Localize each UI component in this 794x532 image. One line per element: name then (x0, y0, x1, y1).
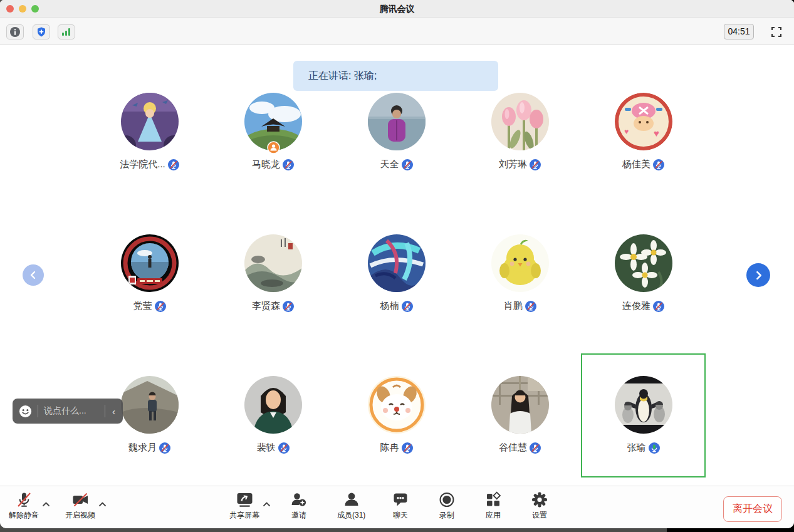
participant-name: 杨佳美 (622, 159, 650, 170)
mic-muted-icon (16, 491, 32, 508)
chevron-right-icon (754, 271, 763, 280)
participant-avatar (491, 93, 549, 150)
participant-avatar (244, 93, 302, 150)
chevron-up-icon (263, 501, 271, 507)
share-screen-icon (236, 491, 253, 508)
participant-name: 裴轶 (257, 442, 276, 454)
participant-tile[interactable]: 陈冉 (335, 354, 458, 477)
meeting-timer: 04:51 (724, 24, 754, 39)
participant-name-row: 刘芳琳 (499, 159, 541, 170)
mic-muted-icon (530, 442, 541, 454)
participant-name: 张瑜 (627, 442, 646, 454)
chat-button[interactable]: 聊天 (392, 491, 422, 521)
toolbar-item-label: 设置 (532, 510, 547, 521)
next-page-button[interactable] (746, 263, 770, 287)
svg-text:♥: ♥ (654, 128, 659, 138)
start-video-button[interactable]: 开启视频 (65, 491, 107, 521)
participant-row: 魏求月裴轶陈冉谷佳慧张瑜 (88, 354, 706, 477)
participant-avatar (121, 234, 179, 292)
toolbar-item-label: 应用 (486, 510, 501, 521)
participant-avatar (368, 93, 426, 150)
participant-name-row: 党莹 (133, 300, 166, 312)
participant-tile[interactable]: 杨楠 (335, 212, 458, 335)
mic-muted-icon (278, 442, 290, 454)
network-status-button[interactable] (58, 24, 75, 39)
participant-name: 天全 (380, 159, 399, 170)
participant-tile[interactable]: ♥♥杨佳美 (582, 71, 705, 194)
previous-page-button[interactable] (23, 264, 44, 286)
participant-avatar (491, 234, 549, 292)
security-shield-plus-icon (36, 26, 47, 38)
participant-avatar (244, 234, 302, 292)
participant-tile[interactable]: 党莹 (88, 212, 211, 335)
meeting-window: 腾讯会议 04:51 (0, 0, 794, 528)
mic-muted-icon (402, 159, 413, 170)
settings-icon (531, 491, 548, 508)
share-screen-button[interactable]: 共享屏幕 (229, 491, 274, 521)
apps-button[interactable]: 应用 (485, 491, 515, 521)
participant-avatar (244, 376, 302, 434)
participant-avatar (615, 234, 672, 292)
mic-muted-icon (283, 301, 294, 312)
participant-tile[interactable]: 肖鹏 (458, 212, 582, 335)
meeting-info-button[interactable] (6, 24, 24, 39)
mic-muted-icon (402, 442, 413, 454)
settings-button[interactable]: 设置 (531, 491, 562, 521)
participant-name: 魏求月 (128, 442, 157, 454)
members-icon (343, 491, 360, 508)
participant-name: 陈冉 (380, 442, 399, 454)
record-icon (439, 491, 455, 508)
camera-off-icon (72, 491, 89, 508)
chat-input[interactable]: 说点什么... (44, 405, 99, 417)
divider (38, 405, 38, 417)
participant-name: 刘芳琳 (499, 159, 527, 170)
participant-tile[interactable]: 连俊雅 (582, 212, 705, 335)
participant-name: 连俊雅 (622, 300, 650, 312)
participant-name-row: 连俊雅 (622, 300, 664, 312)
participant-name: 法学院代... (120, 159, 165, 170)
members-button[interactable]: 成员(31) (337, 491, 376, 521)
participant-name-row: 天全 (380, 159, 413, 170)
chevron-up-icon (98, 501, 107, 507)
fullscreen-icon (771, 26, 782, 38)
security-button[interactable] (33, 24, 50, 39)
participant-name-row: 魏求月 (128, 442, 170, 454)
participant-name-row: 肖鹏 (504, 300, 536, 312)
mic-muted-icon (653, 159, 664, 170)
divider (105, 405, 105, 417)
participant-tile[interactable]: 裴轶 (211, 354, 335, 477)
mic-active-icon (649, 442, 660, 454)
toolbar-item-label: 共享屏幕 (229, 510, 259, 521)
mic-muted-icon (159, 442, 170, 454)
leave-meeting-button[interactable]: 离开会议 (723, 496, 782, 522)
participant-tile[interactable]: 李贤森 (211, 212, 335, 335)
quick-chat-bar: 说点什么... ‹ (13, 399, 123, 424)
speaking-banner: 正在讲话: 张瑜; (293, 61, 498, 91)
info-icon (9, 26, 21, 38)
fullscreen-button[interactable] (770, 25, 783, 39)
participant-avatar (121, 93, 179, 150)
unmute-button[interactable]: 解除静音 (9, 491, 50, 521)
participant-name-row: 马晓龙 (252, 159, 294, 170)
chevron-up-icon (42, 501, 50, 507)
mic-muted-icon (155, 301, 166, 312)
participant-tile[interactable]: 法学院代... (88, 71, 211, 194)
host-badge-icon (267, 141, 280, 154)
mic-muted-icon (525, 301, 536, 312)
participant-name: 谷佳慧 (499, 442, 527, 454)
participant-row: 党莹李贤森杨楠肖鹏连俊雅 (88, 212, 706, 335)
invite-button[interactable]: 邀请 (291, 491, 321, 521)
participant-tile[interactable]: 张瑜 (582, 354, 705, 477)
toolbar-item-label: 录制 (439, 510, 454, 521)
participant-avatar (121, 376, 179, 434)
record-button[interactable]: 录制 (439, 491, 469, 521)
participant-avatar: ♥♥ (615, 93, 672, 150)
collapse-chat-button[interactable]: ‹ (111, 406, 117, 417)
apps-icon (485, 491, 501, 508)
participant-name-row: 谷佳慧 (499, 442, 541, 454)
participant-name: 党莹 (133, 300, 152, 312)
participant-tile[interactable]: 谷佳慧 (458, 354, 582, 477)
smiley-icon[interactable] (19, 405, 32, 418)
toolbar-item-label: 解除静音 (9, 510, 39, 521)
chat-icon (392, 491, 409, 508)
